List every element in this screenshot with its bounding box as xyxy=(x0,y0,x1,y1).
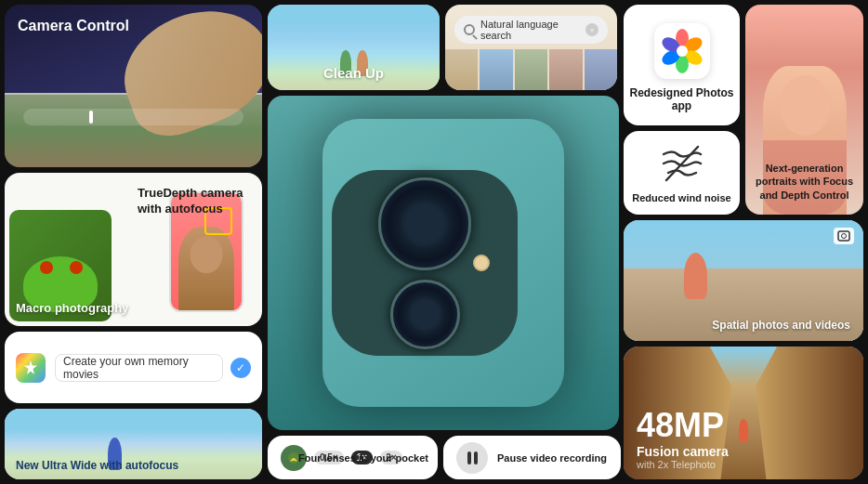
wind-noise-label: Reduced wind noise xyxy=(624,192,740,203)
flash-dot xyxy=(473,255,490,271)
memory-movies-tile: Create your own memory movies ✓ xyxy=(5,332,262,403)
frog-eye-left xyxy=(40,261,53,274)
memory-input-text: Create your own memory movies xyxy=(63,355,215,381)
memory-sparkle-icon xyxy=(22,360,39,376)
pause-bar-1 xyxy=(467,451,471,464)
telephoto-label: with 2x Telephoto xyxy=(637,459,729,470)
photos-app-label: Redesigned Photos app xyxy=(624,86,740,112)
lens-secondary xyxy=(390,280,460,349)
four-lenses-tile: 0.5× 1× 2× Four lenses in your pocket xyxy=(268,436,438,479)
portraits-tile: Next-generation portraits with Focus and… xyxy=(745,5,863,215)
camera-control-label: Camera Control xyxy=(18,18,129,34)
wind-noise-icon xyxy=(659,145,705,182)
pause-recording-tile: Pause video recording xyxy=(443,436,621,479)
photos-app-icon xyxy=(654,23,710,79)
svg-point-6 xyxy=(677,46,688,57)
frog-eye-right xyxy=(70,261,83,274)
search-thumb-4 xyxy=(549,49,582,90)
portrait-face xyxy=(779,75,830,136)
portraits-label: Next-generation portraits with Focus and… xyxy=(745,162,863,202)
lens-main xyxy=(378,177,471,270)
ultrawide-label: New Ultra Wide with autofocus xyxy=(16,459,178,472)
pause-icon xyxy=(467,451,478,464)
main-layout: Camera Control Clean Up Natural language… xyxy=(0,0,868,484)
search-clear-icon[interactable]: × xyxy=(585,23,598,36)
canyon-person xyxy=(739,419,748,442)
svg-rect-8 xyxy=(838,231,849,241)
search-thumb-5 xyxy=(585,49,617,90)
pause-bar-2 xyxy=(474,451,478,464)
four-lenses-label: Four lenses in your pocket xyxy=(298,452,428,464)
search-thumb-2 xyxy=(480,49,512,90)
memory-input[interactable]: Create your own memory movies xyxy=(55,354,223,382)
camera-module xyxy=(332,170,518,356)
48mp-label: 48MP xyxy=(637,409,729,442)
mp-text-group: 48MP Fusion camera with 2x Telephoto xyxy=(637,409,729,470)
search-thumb-3 xyxy=(515,49,547,90)
spatial-person xyxy=(684,253,707,299)
truedepth-tile: TrueDepth camera with autofocus Macro ph… xyxy=(5,173,262,326)
search-bar[interactable]: Natural language search × xyxy=(454,16,608,44)
search-thumb-1 xyxy=(445,49,478,90)
slider-graphic xyxy=(23,109,243,125)
spatial-phone-icon xyxy=(834,228,854,244)
wind-noise-tile: Reduced wind noise xyxy=(624,131,740,215)
iphone-face xyxy=(191,236,223,273)
spatial-label: Spatial photos and videos xyxy=(712,319,850,332)
memory-check-button[interactable]: ✓ xyxy=(230,358,251,378)
ultrawide-tile: New Ultra Wide with autofocus xyxy=(5,409,262,479)
macro-label: Macro photography xyxy=(16,301,128,315)
fusion-camera-label: Fusion camera xyxy=(637,444,729,459)
photos-app-tile: Redesigned Photos app xyxy=(624,5,740,125)
canyon-wall-right xyxy=(756,347,863,479)
search-results xyxy=(445,49,617,90)
cleanup-tile: Clean Up xyxy=(268,5,440,90)
phone-camera-tile xyxy=(268,96,619,430)
phone-body xyxy=(322,119,564,407)
spatial-photos-tile: Spatial photos and videos xyxy=(624,220,863,341)
natural-search-tile: Natural language search × xyxy=(445,5,617,90)
cleanup-label: Clean Up xyxy=(323,65,384,81)
photos-pinwheel-svg xyxy=(660,29,704,73)
iphone-person xyxy=(178,227,234,310)
svg-point-9 xyxy=(842,234,847,239)
search-text: Natural language search xyxy=(480,19,580,41)
truedepth-label: TrueDepth camera with autofocus xyxy=(138,186,249,217)
memory-icon xyxy=(16,353,46,383)
pause-label: Pause video recording xyxy=(497,452,607,464)
search-icon xyxy=(464,24,475,35)
svg-marker-10 xyxy=(24,360,37,374)
48mp-tile: 48MP Fusion camera with 2x Telephoto xyxy=(624,347,863,479)
pause-button[interactable] xyxy=(456,442,488,474)
camera-control-tile: Camera Control xyxy=(5,5,262,167)
